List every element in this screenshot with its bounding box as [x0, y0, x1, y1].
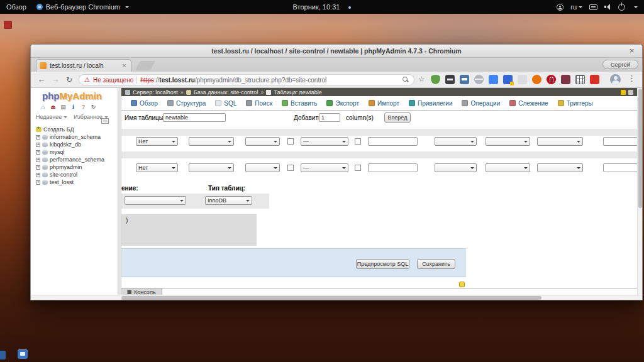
translate-extension-icon[interactable] — [503, 75, 513, 84]
profile-button[interactable]: Сергей — [602, 60, 638, 69]
engine-select[interactable]: InnoDB — [205, 196, 252, 205]
transformation-options-input[interactable] — [603, 137, 637, 146]
breadcrumb-database[interactable]: База данных: site-control — [194, 89, 258, 96]
help-icon[interactable] — [80, 104, 87, 111]
tab-privileges[interactable]: Привилегии — [404, 98, 457, 109]
breadcrumb-server[interactable]: Сервер: localhost — [133, 89, 178, 96]
save-button[interactable]: Сохранить — [417, 259, 455, 269]
browser-tab[interactable]: test.losst.ru / localh — [36, 59, 131, 72]
bookmarks-extension-icon[interactable] — [489, 75, 498, 84]
volume-icon[interactable] — [604, 4, 611, 10]
tab-tracking[interactable]: Слежение — [505, 98, 552, 109]
new-tab-button[interactable] — [135, 61, 155, 70]
attributes-select[interactable] — [245, 163, 280, 172]
tab-import[interactable]: Импорт — [364, 98, 404, 109]
autoincrement-checkbox[interactable] — [355, 138, 361, 145]
profile-avatar-icon[interactable] — [610, 74, 621, 85]
activities-button[interactable]: Обзор — [6, 3, 26, 11]
breadcrumb-table[interactable]: Таблица: newtable — [274, 89, 321, 96]
clock[interactable]: Вторник, 10:31 — [293, 3, 340, 11]
expand-icon[interactable] — [36, 143, 40, 147]
tab-close-icon[interactable] — [121, 62, 128, 69]
expand-icon[interactable] — [36, 158, 40, 162]
console-mini-icon[interactable] — [621, 90, 626, 95]
tree-item-database[interactable]: mysql — [36, 148, 104, 156]
keyboard-layout-indicator[interactable]: ru — [570, 3, 582, 11]
phpmyadmin-logo[interactable]: phpMyAdmin — [42, 90, 102, 101]
desktop-icon-partial[interactable] — [0, 351, 6, 359]
tree-item-new-database[interactable]: Создать БД — [36, 126, 104, 133]
tab-structure[interactable]: Структура — [163, 98, 210, 109]
recent-tables-dropdown[interactable]: Недавнее — [36, 114, 67, 120]
preview-sql-button[interactable]: Предпросмотр SQL — [356, 259, 409, 269]
shield-extension-icon[interactable] — [431, 75, 440, 84]
back-button[interactable] — [36, 74, 47, 85]
input-transformation-select[interactable] — [537, 137, 583, 146]
transformation-select[interactable] — [486, 137, 530, 146]
vk-extension-icon[interactable] — [460, 75, 469, 84]
address-bar[interactable]: Не защищено https://test.losst.ru/phpmya… — [79, 74, 414, 85]
tab-triggers[interactable]: Триггеры — [553, 98, 597, 109]
expand-icon[interactable] — [36, 165, 40, 170]
virtuality-select[interactable] — [435, 137, 477, 146]
desktop-icon-red[interactable] — [4, 21, 12, 29]
bookmark-star-icon[interactable] — [418, 75, 425, 84]
attributes-select[interactable] — [245, 137, 280, 146]
table-collation-select[interactable] — [125, 196, 186, 205]
tab-operations[interactable]: Операции — [457, 98, 504, 109]
expand-icon[interactable] — [36, 150, 40, 155]
docs-icon[interactable] — [70, 104, 77, 111]
virtuality-select[interactable] — [435, 163, 477, 172]
keyboard-icon[interactable] — [589, 4, 597, 10]
rss-extension-icon[interactable] — [532, 75, 541, 84]
extension-icon[interactable] — [518, 75, 527, 84]
tree-item-database[interactable]: site-control — [36, 171, 104, 178]
null-checkbox[interactable] — [287, 165, 294, 171]
default-select[interactable]: Нет — [136, 137, 178, 146]
default-select[interactable]: Нет — [136, 163, 178, 172]
sql-window-icon[interactable] — [60, 104, 67, 111]
table-name-input[interactable] — [163, 113, 226, 122]
window-close-icon[interactable] — [627, 46, 636, 55]
tab-insert[interactable]: Вставить — [277, 98, 321, 109]
console-toggle[interactable]: Консоль — [121, 288, 162, 295]
system-menu-arrow-icon[interactable] — [634, 6, 638, 10]
power-icon[interactable] — [618, 4, 625, 11]
tab-export[interactable]: Экспорт — [322, 98, 364, 109]
autoincrement-checkbox[interactable] — [355, 165, 361, 171]
columns-count-input[interactable] — [319, 113, 340, 122]
horizontal-scrollbar[interactable] — [31, 295, 642, 300]
home-icon[interactable] — [40, 104, 47, 111]
security-warning[interactable]: Не защищено — [93, 77, 133, 84]
accessibility-icon[interactable] — [557, 4, 564, 11]
comments-input[interactable] — [368, 137, 418, 146]
partition-definition-box[interactable]: ) — [121, 214, 257, 246]
collation-select[interactable] — [189, 137, 234, 146]
collation-select[interactable] — [189, 163, 234, 172]
pinterest-extension-icon[interactable] — [547, 75, 556, 84]
tree-item-database[interactable]: phpmyadmin — [36, 163, 104, 171]
tab-browse[interactable]: Обзор — [126, 98, 162, 109]
tree-item-database[interactable]: performance_schema — [36, 156, 104, 163]
go-button[interactable]: Вперёд — [384, 112, 411, 123]
downloader-extension-icon[interactable] — [590, 75, 599, 84]
logout-icon[interactable] — [50, 104, 57, 111]
expand-icon[interactable] — [36, 173, 40, 177]
window-mini-icon[interactable] — [628, 90, 633, 95]
index-select[interactable]: --- — [301, 137, 348, 146]
query-window-icon[interactable] — [459, 282, 465, 287]
forward-button[interactable] — [50, 74, 61, 85]
scrollbar-thumb[interactable] — [638, 89, 642, 208]
index-select[interactable]: --- — [301, 163, 348, 172]
tab-sql[interactable]: SQL — [211, 98, 241, 109]
tree-item-database[interactable]: test_losst — [36, 178, 104, 186]
expand-icon[interactable] — [36, 135, 40, 140]
globe-extension-icon[interactable] — [474, 75, 484, 84]
input-transformation-select[interactable] — [537, 163, 583, 172]
browser-menu-icon[interactable] — [628, 74, 636, 83]
null-checkbox[interactable] — [287, 138, 294, 145]
transformation-select[interactable] — [486, 163, 530, 172]
tree-item-database[interactable]: kibqdskz_db — [36, 141, 104, 148]
app-menu-button[interactable]: Веб-браузер Chromium — [36, 3, 129, 11]
nav-collapse-button[interactable] — [101, 118, 109, 124]
